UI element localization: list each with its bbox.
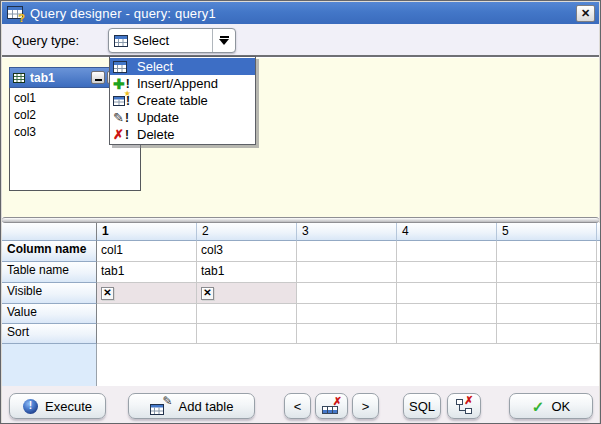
clear-query-button[interactable]: ✗ [447, 393, 481, 419]
grid-cell[interactable] [497, 304, 597, 324]
column-header-3[interactable]: 3 [297, 223, 397, 241]
grid-cell-stub [597, 283, 601, 304]
query-design-grid: 1 2 3 4 5 Column name col1 col3 Table na… [2, 223, 601, 344]
table-icon [114, 35, 128, 47]
sql-button[interactable]: SQL [403, 393, 441, 419]
grid-row-table-name: Table name tab1 tab1 [2, 262, 601, 283]
add-table-label: Add table [179, 399, 234, 414]
grid-cell[interactable]: col1 [97, 241, 197, 262]
menu-item-label: Delete [137, 127, 175, 142]
combo-dropdown-button[interactable] [212, 29, 235, 52]
delete-column-icon: ✗ [322, 399, 341, 414]
window-title: Query designer - query: query1 [30, 6, 216, 21]
menu-item-label: Insert/Append [137, 76, 218, 91]
execute-label: Execute [45, 399, 92, 414]
grid-row-column-name: Column name col1 col3 [2, 241, 601, 262]
column-header-4[interactable]: 4 [397, 223, 497, 241]
delete-column-button[interactable]: ✗ [315, 393, 348, 419]
menu-item-create-table[interactable]: ★! Create table [110, 92, 255, 109]
grid-cell[interactable] [97, 304, 197, 324]
subwindow-minimize-button[interactable] [91, 71, 105, 84]
grid-cell[interactable] [297, 241, 397, 262]
table-subwindow-title: tab1 [30, 71, 55, 85]
row-header: Sort [2, 324, 97, 344]
column-header-2[interactable]: 2 [197, 223, 297, 241]
select-table-icon [113, 59, 133, 75]
table-icon [13, 73, 25, 83]
execute-button[interactable]: ! Execute [9, 393, 106, 419]
prev-column-button[interactable]: < [284, 393, 311, 419]
column-header-5[interactable]: 5 [497, 223, 597, 241]
close-button[interactable]: ✕ [576, 5, 595, 22]
grid-row-visible: Visible ✕ ✕ [2, 283, 601, 304]
menu-item-update[interactable]: ✎! Update [110, 109, 255, 126]
grid-cell[interactable] [197, 324, 297, 344]
grid-cell[interactable]: tab1 [197, 262, 297, 283]
row-header: Column name [2, 241, 97, 262]
visible-checkbox-checked[interactable]: ✕ [101, 287, 114, 300]
grid-cell[interactable] [497, 241, 597, 262]
grid-corner-cell [2, 223, 97, 241]
bottom-toolbar: ! Execute ✎ Add table < ✗ > SQL ✗ ✓ OK [2, 386, 599, 423]
row-header: Visible [2, 283, 97, 304]
grid-cell[interactable] [397, 324, 497, 344]
delete-x-icon: ✗! [113, 127, 133, 143]
visible-cell-1: ✕ [97, 283, 197, 304]
create-table-icon: ★! [113, 93, 133, 109]
row-header: Value [2, 304, 97, 324]
title-bar[interactable]: ? Query designer - query: query1 ✕ [2, 2, 599, 24]
grid-cell[interactable] [197, 304, 297, 324]
visible-checkbox-checked[interactable]: ✕ [201, 287, 214, 300]
grid-cell[interactable] [397, 241, 497, 262]
query-type-combobox[interactable]: Select [108, 28, 236, 53]
add-table-button[interactable]: ✎ Add table [128, 393, 255, 419]
column-header-stub [597, 223, 601, 241]
update-pencil-icon: ✎! [113, 110, 133, 126]
menu-item-label: Select [137, 59, 173, 74]
grid-cell-stub [597, 324, 601, 344]
grid-cell[interactable] [397, 304, 497, 324]
grid-cell[interactable] [297, 283, 397, 304]
grid-cell[interactable]: col3 [197, 241, 297, 262]
grid-cell-stub [597, 241, 601, 262]
grid-cell[interactable] [397, 262, 497, 283]
relation-area: tab1 ▲ ✕ col1 col2 col3 [2, 58, 599, 217]
grid-cell-stub [597, 304, 601, 324]
row-header-column-tail [2, 344, 97, 386]
row-header: Table name [2, 262, 97, 283]
query-designer-window: ? Query designer - query: query1 ✕ Query… [0, 0, 601, 424]
grid-cell[interactable] [297, 262, 397, 283]
ok-label: OK [551, 399, 570, 414]
grid-cell[interactable] [497, 283, 597, 304]
grid-cell[interactable] [297, 304, 397, 324]
grid-cell[interactable] [497, 324, 597, 344]
grid-cell[interactable] [97, 324, 197, 344]
grid-header-row: 1 2 3 4 5 [2, 223, 601, 241]
menu-item-select[interactable]: Select [110, 58, 255, 75]
menu-item-label: Create table [137, 93, 208, 108]
ok-button[interactable]: ✓ OK [509, 393, 593, 419]
visible-cell-2: ✕ [197, 283, 297, 304]
grid-cell[interactable] [397, 283, 497, 304]
query-type-dropdown-menu: Select ✚! Insert/Append ★! Create table … [109, 56, 256, 145]
ok-check-icon: ✓ [532, 399, 545, 414]
grid-cell[interactable] [297, 324, 397, 344]
query-type-row: Query type: Select [2, 24, 599, 57]
menu-item-delete[interactable]: ✗! Delete [110, 126, 255, 143]
dropdown-arrow-icon [219, 36, 229, 45]
clear-query-icon: ✗ [456, 398, 473, 414]
grid-row-sort: Sort [2, 324, 601, 344]
grid-row-value: Value [2, 304, 601, 324]
grid-cell[interactable] [497, 262, 597, 283]
menu-item-insert-append[interactable]: ✚! Insert/Append [110, 75, 255, 92]
query-type-label: Query type: [12, 33, 79, 48]
next-column-button[interactable]: > [352, 393, 379, 419]
execute-icon: ! [23, 399, 38, 414]
grid-cell[interactable]: tab1 [97, 262, 197, 283]
query-type-value: Select [133, 33, 169, 48]
column-header-1[interactable]: 1 [97, 223, 197, 241]
add-table-icon: ✎ [150, 398, 172, 415]
grid-lower-area [2, 344, 599, 386]
menu-item-label: Update [137, 110, 179, 125]
query-table-icon: ? [7, 5, 24, 21]
